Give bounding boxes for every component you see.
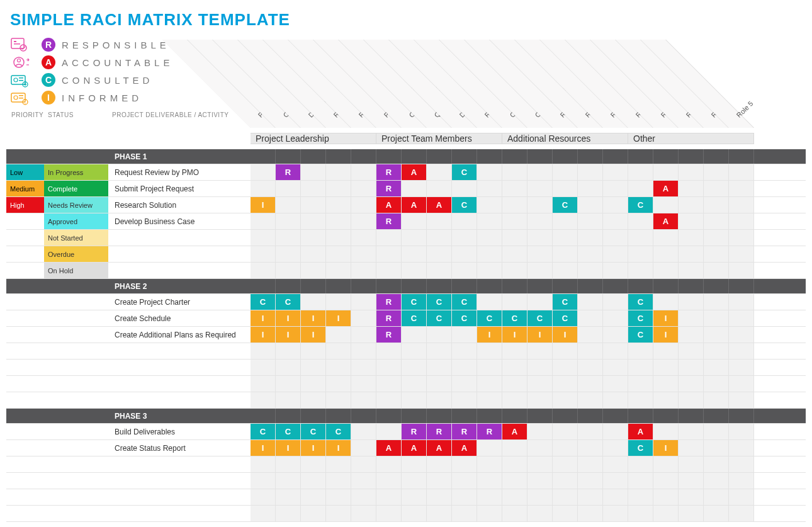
status-cell bbox=[44, 506, 108, 521]
raci-cell bbox=[679, 506, 704, 521]
raci-cell bbox=[527, 392, 553, 408]
priority-cell bbox=[6, 294, 44, 310]
raci-cell bbox=[729, 181, 754, 196]
priority-cell bbox=[6, 213, 44, 229]
raci-cell bbox=[527, 343, 553, 359]
page-title: SIMPLE RACI MATRIX TEMPLATE bbox=[10, 10, 806, 30]
activity-cell bbox=[108, 343, 251, 359]
raci-cell bbox=[326, 343, 351, 359]
raci-cell bbox=[729, 376, 754, 392]
raci-cell: I bbox=[653, 440, 679, 456]
priority-cell bbox=[6, 506, 44, 521]
status-cell: Overdue bbox=[44, 246, 108, 262]
raci-cell bbox=[603, 164, 628, 180]
raci-cell bbox=[704, 392, 729, 408]
raci-cell: C bbox=[628, 310, 653, 326]
raci-cell bbox=[301, 197, 326, 213]
raci-cell bbox=[452, 506, 477, 521]
raci-cell bbox=[477, 213, 502, 229]
phase-raci-spacer bbox=[502, 409, 527, 423]
raci-cell: I bbox=[301, 327, 326, 343]
raci-cell bbox=[704, 440, 729, 456]
raci-cell bbox=[301, 376, 326, 392]
activity-cell bbox=[108, 360, 251, 375]
data-row: Overdue bbox=[6, 246, 806, 263]
raci-cell bbox=[502, 164, 527, 180]
phase-raci-spacer bbox=[402, 409, 427, 423]
raci-cell bbox=[679, 327, 704, 343]
raci-cell bbox=[276, 197, 301, 213]
raci-cell bbox=[603, 360, 628, 375]
raci-cell: C bbox=[402, 310, 427, 326]
raci-cell: I bbox=[553, 327, 578, 343]
data-row bbox=[6, 489, 806, 506]
phase-raci-spacer bbox=[276, 149, 301, 164]
phase-raci-spacer bbox=[301, 149, 326, 164]
raci-cell bbox=[376, 343, 402, 359]
raci-cell: R bbox=[376, 213, 402, 229]
status-cell: In Progress bbox=[44, 164, 108, 180]
raci-cell: I bbox=[251, 310, 276, 326]
raci-cell bbox=[527, 294, 553, 310]
raci-cell bbox=[251, 246, 276, 262]
status-cell: On Hold bbox=[44, 263, 108, 278]
raci-cell bbox=[301, 181, 326, 196]
raci-cell bbox=[376, 376, 402, 392]
priority-cell bbox=[6, 489, 44, 505]
raci-cell bbox=[376, 473, 402, 489]
raci-cell: C bbox=[628, 197, 653, 213]
raci-cell bbox=[351, 294, 376, 310]
phase-raci-spacer bbox=[452, 279, 477, 293]
raci-cell bbox=[376, 263, 402, 278]
roles-header: Project SponsorCPODirectorRole 4Role 5Pr… bbox=[251, 33, 806, 128]
raci-cell bbox=[502, 392, 527, 408]
activity-cell: Request Review by PMO bbox=[108, 164, 251, 180]
raci-cell bbox=[326, 294, 351, 310]
raci-cell bbox=[502, 181, 527, 196]
raci-cell bbox=[653, 343, 679, 359]
phase-header-row: PHASE 2 bbox=[6, 279, 806, 294]
raci-cell bbox=[477, 230, 502, 246]
status-cell bbox=[44, 424, 108, 439]
raci-cell bbox=[351, 473, 376, 489]
raci-cell: C bbox=[452, 164, 477, 180]
raci-cell bbox=[679, 230, 704, 246]
raci-cell bbox=[729, 360, 754, 375]
raci-cell bbox=[301, 392, 326, 408]
phase-raci-spacer bbox=[628, 149, 653, 164]
header-area: R RESPONSIBLE A ACCOUNTABLE C CONSULTED … bbox=[6, 33, 806, 128]
raci-cell: A bbox=[376, 197, 402, 213]
group-header-row: Project LeadershipProject Team MembersAd… bbox=[6, 128, 806, 149]
phase-raci-spacer bbox=[326, 149, 351, 164]
raci-cell bbox=[729, 246, 754, 262]
data-row: Create Status ReportIIIIAAAACI bbox=[6, 440, 806, 456]
data-row bbox=[6, 376, 806, 392]
raci-cell bbox=[578, 164, 603, 180]
phase-raci-spacer bbox=[578, 279, 603, 293]
raci-cell bbox=[251, 473, 276, 489]
clipboard-check-icon bbox=[10, 37, 42, 52]
person-arrows-icon bbox=[10, 55, 42, 70]
priority-cell bbox=[6, 440, 44, 456]
raci-cell: C bbox=[276, 424, 301, 439]
raci-cell bbox=[301, 360, 326, 375]
raci-cell bbox=[729, 263, 754, 278]
phase-raci-spacer bbox=[578, 409, 603, 423]
raci-cell bbox=[452, 456, 477, 472]
raci-cell bbox=[603, 506, 628, 521]
raci-cell: A bbox=[502, 424, 527, 439]
raci-cell: C bbox=[553, 197, 578, 213]
phase-raci-spacer bbox=[527, 149, 553, 164]
phase-name: PHASE 3 bbox=[108, 409, 251, 423]
raci-cell bbox=[502, 230, 527, 246]
priority-cell bbox=[6, 343, 44, 359]
legend-badge-R: R bbox=[42, 38, 55, 52]
raci-cell bbox=[628, 164, 653, 180]
raci-cell bbox=[527, 456, 553, 472]
raci-cell bbox=[402, 213, 427, 229]
raci-cell bbox=[402, 489, 427, 505]
raci-cell bbox=[452, 360, 477, 375]
raci-cell bbox=[276, 263, 301, 278]
raci-cell bbox=[553, 181, 578, 196]
status-cell bbox=[44, 376, 108, 392]
